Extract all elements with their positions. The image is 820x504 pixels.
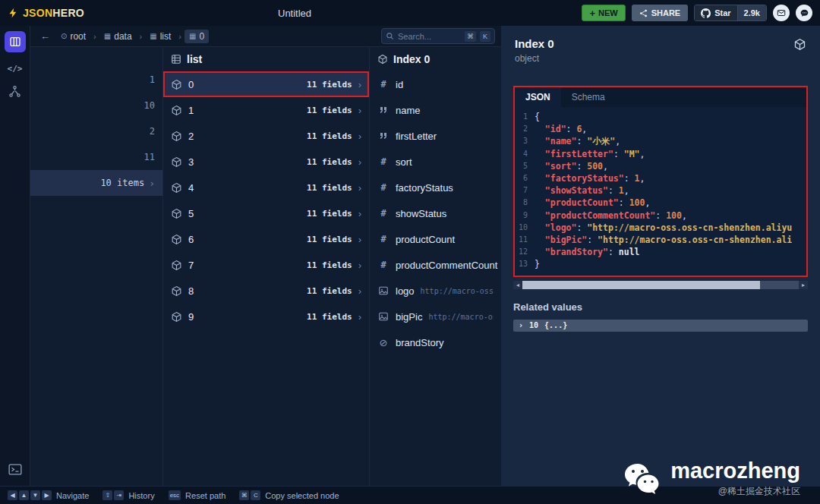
app-logo[interactable]: JSONHERO <box>8 6 84 20</box>
related-values-row[interactable]: › 10 {...} <box>513 320 808 332</box>
tab-schema[interactable]: Schema <box>561 87 616 107</box>
fields-count-badge: 11 fields <box>307 80 352 90</box>
scrollbar-thumb[interactable] <box>522 281 760 289</box>
inspector-header: Index 0 object <box>501 26 820 74</box>
share-button[interactable]: SHARE <box>632 5 689 21</box>
chevron-right-icon: › <box>93 32 97 41</box>
tree-view-button[interactable] <box>8 85 21 98</box>
search-box[interactable]: ⌘ K <box>381 28 495 44</box>
property-row-brandStory[interactable]: ⊘ brandStory <box>370 329 501 355</box>
chevron-right-icon: › <box>358 209 361 219</box>
parent-row[interactable]: 2 <box>30 118 162 144</box>
wechat-icon <box>623 463 663 495</box>
inspector-title: Index 0 <box>515 37 806 50</box>
horizontal-scrollbar[interactable]: ◂ ▸ <box>513 281 808 289</box>
json-code-view[interactable]: 1{2 "id": 6,3 "name": "小米",4 "firstLette… <box>515 107 806 276</box>
property-row-bigPic[interactable]: bigPic http://macro-oss.os <box>370 304 501 329</box>
property-row-productCommentCount[interactable]: # productCommentCount <box>370 252 501 278</box>
code-line: 8 "productCount": 100, <box>515 197 806 209</box>
tab-json[interactable]: JSON <box>515 87 561 107</box>
parent-row-selected-list[interactable]: 10 items › <box>30 170 162 196</box>
list-item-9[interactable]: 9 11 fields › <box>163 304 369 329</box>
root-icon: ⊙ <box>61 33 67 40</box>
breadcrumb-item-0[interactable]: ▦ 0 <box>184 30 209 43</box>
code-line: 5 "sort": 500, <box>515 160 806 172</box>
fields-count-badge: 11 fields <box>307 106 352 115</box>
code-view-button[interactable]: </> <box>8 64 23 74</box>
property-row-sort[interactable]: # sort <box>370 149 501 175</box>
property-row-firstLetter[interactable]: firstLetter <box>370 123 501 149</box>
list-item-3[interactable]: 3 11 fields › <box>163 149 369 175</box>
code-line: 13} <box>515 258 806 270</box>
arrow-keys-icon: ◀ ▲ ▼ ▶ <box>8 490 52 500</box>
cube-icon <box>171 285 182 297</box>
terminal-button[interactable] <box>8 464 22 475</box>
list-item-6[interactable]: 6 11 fields › <box>163 226 369 252</box>
star-count-badge[interactable]: 2.9k <box>737 5 766 20</box>
cube-icon <box>793 38 806 51</box>
property-row-showStatus[interactable]: # showStatus <box>370 200 501 226</box>
statusbar-reset-path: esc Reset path <box>169 490 226 500</box>
document-title: Untitled <box>278 0 311 26</box>
search-input[interactable] <box>398 32 461 41</box>
chevron-right-icon: › <box>178 32 182 41</box>
parent-row[interactable]: 11 <box>30 144 162 170</box>
property-row-id[interactable]: # id <box>370 71 501 97</box>
chevron-right-icon: › <box>358 260 361 270</box>
breadcrumb-item-root[interactable]: ⊙ root <box>56 30 90 43</box>
chevron-right-icon: › <box>358 131 361 141</box>
hash-icon: # <box>377 156 390 167</box>
list-item-0[interactable]: 0 11 fields › <box>163 71 369 97</box>
statusbar-navigate: ◀ ▲ ▼ ▶ Navigate <box>8 490 89 500</box>
breadcrumb-item-data[interactable]: ▦ data <box>99 30 137 43</box>
top-bar: JSONHERO Untitled + NEW SHARE Star 2.9k <box>0 0 820 26</box>
list-item-1[interactable]: 1 11 fields › <box>163 97 369 123</box>
property-row-productCount[interactable]: # productCount <box>370 226 501 252</box>
list-item-4[interactable]: 4 11 fields › <box>163 175 369 200</box>
column-detail: Index 0 # id name firstLetter # sort # f… <box>370 47 501 486</box>
value-preview: http://macro-oss.o <box>421 287 494 295</box>
code-line: 4 "firstLetter": "M", <box>515 148 806 160</box>
code-line: 6 "factoryStatus": 1, <box>515 172 806 184</box>
watermark-handle: @稀土掘金技术社区 <box>718 485 800 498</box>
history-keys-icon: ⇧ ⇥ <box>102 490 124 500</box>
cube-icon <box>171 156 182 168</box>
new-button[interactable]: + NEW <box>582 5 625 21</box>
back-arrow-icon: ← <box>40 30 50 42</box>
parent-row[interactable]: 10 <box>30 93 162 118</box>
cube-icon <box>171 182 182 194</box>
fields-count-badge: 11 fields <box>307 312 352 322</box>
back-button[interactable]: ← <box>36 30 54 42</box>
property-row-factoryStatus[interactable]: # factoryStatus <box>370 175 501 200</box>
parent-row[interactable]: 1 <box>30 67 162 93</box>
breadcrumb-bar: ← ⊙ root › ▦ data › ▦ list › ▦ 0 ⌘ K <box>30 26 501 47</box>
hash-icon: # <box>377 208 390 219</box>
escape-key-icon: esc <box>169 490 181 500</box>
chevron-right-icon: › <box>358 80 361 90</box>
null-icon: ⊘ <box>377 338 390 348</box>
quotes-icon <box>379 132 388 140</box>
code-line: 11 "bigPic": "http://macro-oss.oss-cn-sh… <box>515 234 806 246</box>
column-parent: 1 10 2 11 10 items › <box>30 47 163 486</box>
property-row-name[interactable]: name <box>370 97 501 123</box>
github-star-widget: Star 2.9k <box>694 5 767 21</box>
list-item-7[interactable]: 7 11 fields › <box>163 252 369 278</box>
chevron-right-icon: › <box>358 183 361 193</box>
mail-button[interactable] <box>773 5 790 21</box>
scrollbar-track[interactable] <box>522 281 799 289</box>
chat-button[interactable] <box>796 5 812 21</box>
grid-icon: ▦ <box>150 33 156 40</box>
list-item-5[interactable]: 5 11 fields › <box>163 200 369 226</box>
fields-count-badge: 11 fields <box>307 209 352 219</box>
column-view-button[interactable] <box>5 31 26 52</box>
list-item-8[interactable]: 8 11 fields › <box>163 278 369 304</box>
cmd-key-icon: ⌘ <box>465 31 476 42</box>
github-star-button[interactable]: Star <box>695 5 736 20</box>
cube-icon <box>171 79 182 90</box>
scroll-right-icon[interactable]: ▸ <box>799 281 808 289</box>
breadcrumb-item-list[interactable]: ▦ list <box>145 30 175 43</box>
envelope-icon <box>777 8 786 17</box>
scroll-left-icon[interactable]: ◂ <box>513 281 522 289</box>
list-item-2[interactable]: 2 11 fields › <box>163 123 369 149</box>
property-row-logo[interactable]: logo http://macro-oss.o <box>370 278 501 304</box>
